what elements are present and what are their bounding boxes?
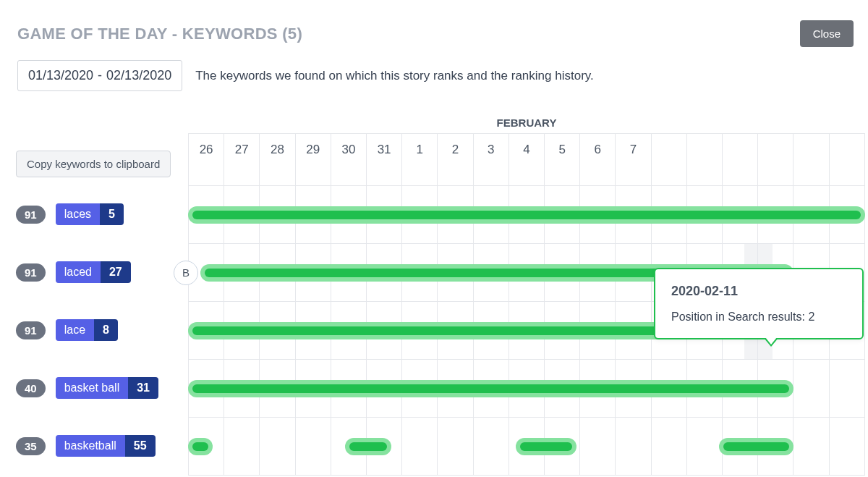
rank-bar[interactable] xyxy=(719,438,793,455)
close-button[interactable]: Close xyxy=(800,20,854,47)
day-column xyxy=(758,134,793,185)
keyword-rank: 8 xyxy=(94,319,118,341)
rank-bar[interactable] xyxy=(345,438,391,455)
score-pill: 91 xyxy=(16,321,46,339)
rank-bar[interactable] xyxy=(188,438,213,455)
tooltip-body: Position in Search results: 2 xyxy=(671,311,846,324)
rank-bar-inner xyxy=(192,384,789,393)
rank-bar-inner xyxy=(192,211,861,219)
day-column: 2 xyxy=(438,134,473,185)
day-column xyxy=(723,134,758,185)
description-text: The keywords we found on which this stor… xyxy=(195,69,594,83)
day-header: 2627282930311234567 xyxy=(188,134,865,186)
page-title: GAME OF THE DAY - KEYWORDS (5) xyxy=(17,25,800,43)
keyword-label-row: 91lace8 xyxy=(16,301,188,359)
keyword-chip[interactable]: laced27 xyxy=(56,261,131,283)
day-column: 3 xyxy=(474,134,509,185)
day-column: 29 xyxy=(296,134,331,185)
keyword-name: laced xyxy=(56,261,101,283)
day-column: 30 xyxy=(331,134,367,185)
keyword-name: lace xyxy=(56,319,94,341)
day-column: 4 xyxy=(509,134,545,185)
timeline-row xyxy=(188,186,865,244)
day-column: 6 xyxy=(580,134,616,185)
rank-bar[interactable] xyxy=(188,380,793,397)
copy-keywords-button[interactable]: Copy keywords to clipboard xyxy=(16,151,171,177)
date-end: 02/13/2020 xyxy=(106,68,171,83)
keyword-rank: 31 xyxy=(128,377,158,399)
day-column: 27 xyxy=(224,134,260,185)
keyword-label-row: 91laced27 xyxy=(16,243,188,301)
day-column xyxy=(793,134,829,185)
score-pill: 40 xyxy=(16,379,46,397)
keyword-chip[interactable]: basketball55 xyxy=(56,435,156,457)
day-column: 1 xyxy=(402,134,438,185)
keyword-rank: 27 xyxy=(101,261,131,283)
rank-bar[interactable] xyxy=(188,206,865,224)
month-label: FEBRUARY xyxy=(188,117,865,129)
keyword-label-row: 40basket ball31 xyxy=(16,359,188,417)
day-column xyxy=(687,134,723,185)
keyword-label-row: 35basketball55 xyxy=(16,417,188,475)
rank-bar-inner xyxy=(723,442,789,451)
date-separator: - xyxy=(98,68,102,83)
keyword-chip[interactable]: lace8 xyxy=(56,319,118,341)
rank-bar-inner xyxy=(349,442,387,451)
keyword-name: laces xyxy=(56,203,100,225)
keyword-name: basketball xyxy=(56,435,125,457)
day-column: 5 xyxy=(545,134,580,185)
date-start: 01/13/2020 xyxy=(28,68,93,83)
keyword-chip[interactable]: laces5 xyxy=(56,203,124,225)
keyword-name: basket ball xyxy=(56,377,129,399)
rank-bar-inner xyxy=(520,442,572,451)
day-column xyxy=(652,134,687,185)
rank-bar[interactable] xyxy=(516,438,576,455)
tooltip: 2020-02-11 Position in Search results: 2 xyxy=(654,268,864,339)
day-column: 7 xyxy=(616,134,651,185)
keyword-rank: 55 xyxy=(125,435,156,457)
rank-bar-inner xyxy=(192,442,208,451)
keyword-label-row: 91laces5 xyxy=(16,185,188,243)
keyword-rank: 5 xyxy=(100,203,124,225)
score-pill: 91 xyxy=(16,206,46,224)
tooltip-date: 2020-02-11 xyxy=(671,284,846,299)
day-column: 31 xyxy=(367,134,402,185)
score-pill: 91 xyxy=(16,263,46,282)
keyword-chip[interactable]: basket ball31 xyxy=(56,377,158,399)
day-column xyxy=(830,134,865,185)
timeline-row xyxy=(188,418,865,476)
date-range-picker[interactable]: 01/13/2020 - 02/13/2020 xyxy=(17,60,182,91)
score-pill: 35 xyxy=(16,437,46,455)
day-column: 26 xyxy=(188,134,224,185)
day-column: 28 xyxy=(260,134,295,185)
timeline-row xyxy=(188,360,865,418)
